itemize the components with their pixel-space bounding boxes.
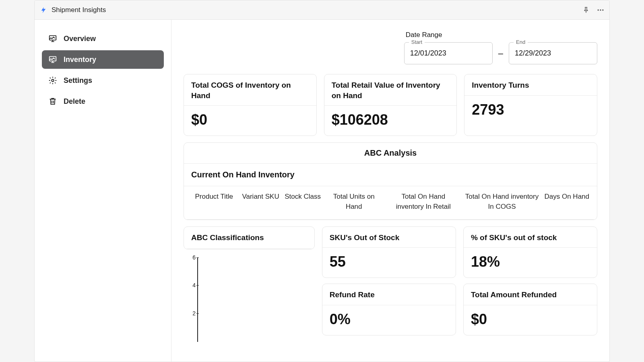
- kpi-value: 18%: [464, 248, 597, 278]
- kpi-title: Total Retail Value of Inventory on Hand: [324, 74, 457, 106]
- abc-subtitle: Current On Hand Inventory: [184, 164, 597, 186]
- kpi-total-refunded: Total Amount Refunded $0: [463, 284, 597, 335]
- sidebar-item-label: Delete: [64, 97, 85, 106]
- kpi-title: % of SKU's out of stock: [464, 227, 597, 248]
- svg-point-1: [600, 9, 601, 10]
- col-onhand-cogs: Total On Hand inventory In COGS: [463, 192, 541, 212]
- abc-classifications-chart: 6 4 2: [184, 249, 315, 342]
- monitor-icon: [48, 55, 57, 64]
- kpi-value: $0: [184, 106, 316, 136]
- kpi-title: Refund Rate: [322, 284, 456, 305]
- sidebar-item-inventory[interactable]: Inventory: [42, 50, 164, 69]
- trash-icon: [48, 97, 57, 106]
- date-range: Date Range Start – End: [404, 31, 597, 64]
- abc-table-header: Product Title Variant SKU Stock Class To…: [184, 186, 597, 219]
- sidebar-item-label: Settings: [64, 76, 92, 85]
- pin-icon[interactable]: [582, 6, 590, 14]
- kpi-value: $0: [464, 305, 597, 335]
- y-tick: 4: [192, 282, 196, 288]
- kpi-value: 2793: [464, 96, 597, 125]
- kpi-value: $106208: [324, 106, 457, 136]
- abc-classifications-title: ABC Classifications: [184, 227, 314, 249]
- date-end-label: End: [514, 39, 528, 45]
- gear-icon: [48, 76, 57, 85]
- kpi-sku-out: SKU's Out of Stock 55: [322, 226, 456, 278]
- kpi-title: Total Amount Refunded: [464, 284, 597, 305]
- sidebar-item-settings[interactable]: Settings: [42, 71, 164, 90]
- sidebar: Overview Inventory: [35, 20, 171, 362]
- kpi-title: Inventory Turns: [464, 74, 597, 96]
- col-onhand-retail: Total On Hand inventory In Retail: [387, 192, 460, 212]
- kpi-cogs: Total COGS of Inventory on Hand $0: [184, 74, 317, 136]
- app-title: Shipment Insights: [52, 6, 578, 14]
- col-product-title: Product Title: [191, 192, 237, 212]
- sidebar-item-label: Inventory: [64, 56, 96, 64]
- more-icon[interactable]: [597, 6, 605, 14]
- abc-title: ABC Analysis: [184, 143, 597, 164]
- kpi-title: Total COGS of Inventory on Hand: [184, 74, 316, 106]
- date-range-label: Date Range: [406, 31, 597, 39]
- kpi-refund-rate: Refund Rate 0%: [322, 284, 456, 335]
- kpi-pct-out: % of SKU's out of stock 18%: [463, 226, 597, 278]
- kpi-value: 55: [322, 248, 456, 278]
- kpi-retail: Total Retail Value of Inventory on Hand …: [324, 74, 457, 136]
- monitor-icon: [48, 34, 57, 43]
- abc-analysis-card: ABC Analysis Current On Hand Inventory P…: [184, 142, 597, 220]
- header-actions: [582, 6, 605, 14]
- date-start-input[interactable]: [404, 42, 493, 64]
- sidebar-item-label: Overview: [64, 35, 96, 43]
- sidebar-item-overview[interactable]: Overview: [42, 29, 164, 48]
- svg-point-2: [602, 9, 603, 10]
- date-range-separator: –: [498, 48, 503, 59]
- app-logo-icon: [39, 6, 47, 14]
- y-tick: 2: [192, 310, 196, 317]
- abc-classifications-card: ABC Classifications: [184, 226, 315, 249]
- svg-point-0: [598, 9, 599, 10]
- kpi-title: SKU's Out of Stock: [322, 227, 456, 248]
- date-end-input[interactable]: [509, 42, 597, 64]
- main-content: Date Range Start – End: [171, 20, 609, 362]
- col-stock-class: Stock Class: [285, 192, 321, 212]
- svg-point-5: [52, 79, 54, 82]
- y-tick: 6: [192, 254, 196, 261]
- sidebar-item-delete[interactable]: Delete: [42, 92, 164, 111]
- app-header: Shipment Insights: [35, 0, 609, 20]
- col-variant-sku: Variant SKU: [240, 192, 281, 212]
- date-start-label: Start: [409, 39, 425, 45]
- kpi-turns: Inventory Turns 2793: [464, 74, 597, 136]
- col-total-units: Total Units on Hand: [324, 192, 384, 212]
- col-days-on-hand: Days On Hand: [544, 192, 590, 212]
- kpi-value: 0%: [322, 305, 456, 335]
